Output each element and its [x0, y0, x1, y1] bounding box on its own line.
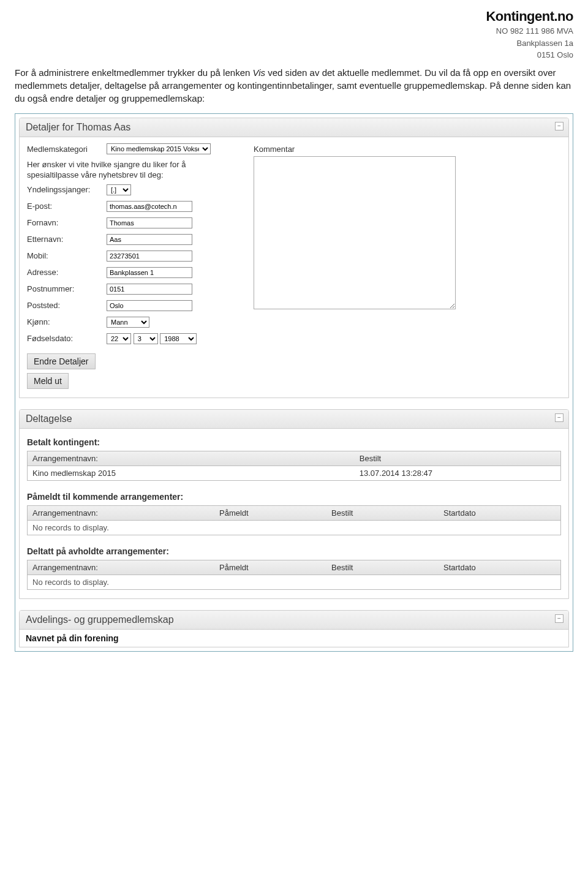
select-kjonn[interactable]: Mann — [107, 317, 149, 328]
collapse-icon[interactable]: − — [555, 122, 564, 130]
label-postnummer: Postnummer: — [27, 284, 107, 293]
deltagelse-panel: Deltagelse − Betalt kontingent: Arrangem… — [19, 409, 569, 599]
avholdte-grid: Arrangementnavn: Påmeldt Bestilt Startda… — [27, 560, 561, 590]
org-address-2: 0151 Oslo — [486, 50, 573, 61]
select-fod-day[interactable]: 22 — [107, 333, 131, 344]
avholdte-grid-head: Arrangementnavn: Påmeldt Bestilt Startda… — [28, 560, 560, 575]
label-adresse: Adresse: — [27, 268, 107, 277]
grupper-panel: Avdelings- og gruppemedlemskap − Navnet … — [19, 610, 569, 647]
forening-name: Navnet på din forening — [20, 630, 568, 647]
table-row: Kino medlemskap 2015 13.07.2014 13:28:47 — [28, 466, 560, 480]
app-screenshot-frame: Detaljer for Thomas Aas − Medlemskategor… — [15, 113, 573, 652]
col-arrangementnavn: Arrangementnavn: — [32, 563, 219, 572]
kommende-grid: Arrangementnavn: Påmeldt Bestilt Startda… — [27, 505, 561, 535]
col-arrangementnavn: Arrangementnavn: — [32, 454, 360, 463]
grupper-header: Avdelings- og gruppemedlemskap − — [20, 611, 568, 630]
intro-link-name: Vis — [253, 67, 266, 78]
member-details-header: Detaljer for Thomas Aas − — [20, 118, 568, 137]
input-epost[interactable] — [107, 201, 192, 212]
input-mobil[interactable] — [107, 251, 192, 262]
intro-paragraph: For å administrere enkeltmedlemmer trykk… — [15, 66, 573, 105]
cell-bestilt: 13.07.2014 13:28:47 — [360, 469, 556, 478]
grupper-title: Avdelings- og gruppemedlemskap — [26, 614, 174, 625]
select-yndlingssjanger[interactable]: [.] — [107, 184, 131, 195]
select-fod-month[interactable]: 3 — [134, 333, 158, 344]
brand-logo: Kontingent.no — [486, 9, 573, 24]
document-header: Kontingent.no NO 982 111 986 MVA Bankpla… — [486, 9, 573, 61]
endre-detaljer-button[interactable]: Endre Detaljer — [27, 353, 96, 369]
col-pameldt: Påmeldt — [219, 563, 331, 572]
betalt-grid-head: Arrangementnavn: Bestilt — [28, 451, 560, 466]
genre-note: Her ønsker vi vite hvilke sjangre du lik… — [27, 160, 235, 181]
input-postnummer[interactable] — [107, 284, 192, 295]
org-mva: NO 982 111 986 MVA — [486, 26, 573, 37]
col-bestilt: Bestilt — [331, 508, 443, 518]
avholdte-heading: Deltatt på avholdte arrangementer: — [27, 546, 561, 556]
label-fornavn: Fornavn: — [27, 218, 107, 227]
input-poststed[interactable] — [107, 300, 192, 311]
kommende-empty: No records to display. — [28, 521, 560, 535]
label-epost: E-post: — [27, 202, 107, 211]
col-bestilt: Bestilt — [331, 563, 443, 572]
avholdte-empty: No records to display. — [28, 575, 560, 589]
label-poststed: Poststed: — [27, 301, 107, 310]
col-arrangementnavn: Arrangementnavn: — [32, 508, 219, 518]
deltagelse-header: Deltagelse − — [20, 410, 568, 429]
collapse-icon[interactable]: − — [555, 614, 564, 623]
input-adresse[interactable] — [107, 267, 192, 278]
label-kjonn: Kjønn: — [27, 317, 107, 326]
col-startdato: Startdato — [443, 563, 556, 572]
deltagelse-title: Deltagelse — [26, 413, 72, 424]
textarea-kommentar[interactable] — [254, 156, 456, 309]
label-etternavn: Etternavn: — [27, 235, 107, 244]
member-details-title: Detaljer for Thomas Aas — [26, 122, 130, 132]
member-details-panel: Detaljer for Thomas Aas − Medlemskategor… — [19, 118, 569, 398]
input-etternavn[interactable] — [107, 234, 192, 245]
label-fodselsdato: Fødselsdato: — [27, 334, 107, 343]
col-pameldt: Påmeldt — [219, 508, 331, 518]
select-medlemskategori[interactable]: Kino medlemskap 2015 Voksen — [107, 143, 211, 154]
col-bestilt: Bestilt — [360, 454, 556, 463]
label-kommentar: Kommentar — [254, 145, 561, 154]
input-fornavn[interactable] — [107, 217, 192, 228]
kommende-grid-head: Arrangementnavn: Påmeldt Bestilt Startda… — [28, 506, 560, 521]
label-mobil: Mobil: — [27, 251, 107, 260]
kommende-heading: Påmeldt til kommende arrangementer: — [27, 492, 561, 502]
org-address-1: Bankplassen 1a — [486, 38, 573, 49]
label-yndling: Yndelingssjanger: — [27, 185, 107, 194]
collapse-icon[interactable]: − — [555, 413, 564, 422]
col-startdato: Startdato — [443, 508, 556, 518]
cell-name: Kino medlemskap 2015 — [32, 469, 360, 478]
intro-text-1: For å administrere enkeltmedlemmer trykk… — [15, 67, 253, 78]
label-kategori: Medlemskategori — [27, 145, 107, 154]
select-fod-year[interactable]: 1988 — [160, 333, 197, 344]
meld-ut-button[interactable]: Meld ut — [27, 373, 69, 389]
betalt-heading: Betalt kontingent: — [27, 437, 561, 447]
betalt-grid: Arrangementnavn: Bestilt Kino medlemskap… — [27, 451, 561, 481]
